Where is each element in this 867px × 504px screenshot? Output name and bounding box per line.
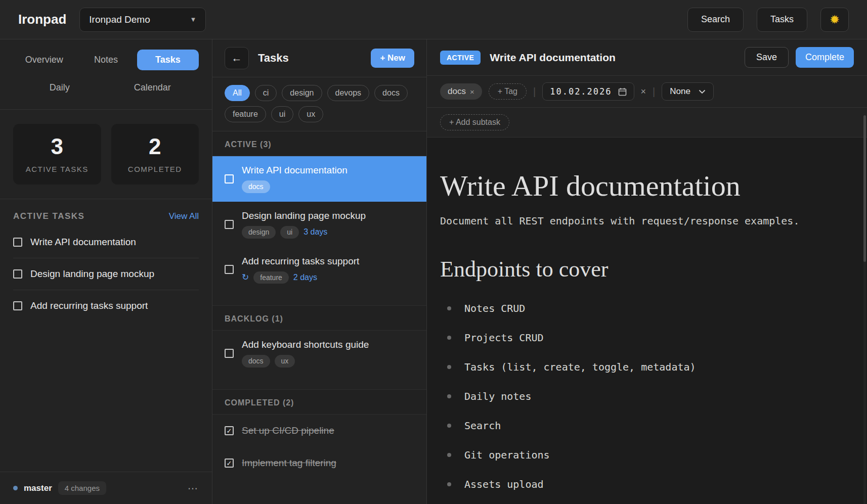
sidebar-task-item[interactable]: Add recurring tasks support: [13, 290, 199, 322]
filter-chip-feature[interactable]: feature: [225, 106, 266, 122]
recurrence-select[interactable]: None: [662, 82, 714, 101]
document-subheading: Endpoints to cover: [440, 256, 847, 282]
task-title: Write API documentation: [242, 165, 348, 176]
due-date-value: 10.02.2026: [550, 86, 612, 97]
task-row[interactable]: Design landing page mockup design ui 3 d…: [212, 202, 426, 247]
filter-chip-design[interactable]: design: [282, 85, 322, 101]
task-checkbox[interactable]: [225, 265, 234, 274]
filter-chip-all[interactable]: All: [225, 85, 250, 101]
section-heading-backlog: BACKLOG (1): [212, 305, 426, 331]
save-button[interactable]: Save: [745, 47, 789, 68]
git-status-bar: master 4 changes ⋯: [0, 472, 212, 504]
filter-chip-devops[interactable]: devops: [327, 85, 370, 101]
task-list-title: Tasks: [258, 52, 289, 65]
task-list-header: ← Tasks + New: [212, 39, 426, 77]
task-row-completed[interactable]: ✓ Set up CI/CD pipeline: [212, 415, 426, 447]
sidebar-tab-calendar[interactable]: Calendar: [106, 77, 199, 98]
filter-chip-docs[interactable]: docs: [374, 85, 408, 101]
endpoint-list: Notes CRUD Projects CRUD Tasks (list, cr…: [440, 296, 847, 496]
completed-count: 2: [149, 135, 161, 158]
endpoint-item: Notes CRUD: [440, 296, 847, 320]
task-checkbox[interactable]: [13, 238, 22, 247]
stat-card-completed: 2 COMPLETED: [111, 124, 199, 185]
endpoint-item: Tasks (list, create, toggle, metadata): [440, 355, 847, 379]
clear-date-button[interactable]: ×: [641, 86, 646, 97]
sidebar-task-item[interactable]: Write API documentation: [13, 226, 199, 258]
tasks-button[interactable]: Tasks: [757, 8, 807, 32]
task-row-completed[interactable]: ✓ Implement tag filtering: [212, 447, 426, 479]
sidebar-tab-overview[interactable]: Overview: [13, 50, 75, 70]
active-tasks-heading: ACTIVE TASKS: [13, 211, 84, 221]
due-label: 2 days: [293, 273, 317, 282]
task-tag: ux: [275, 355, 295, 368]
task-checkbox[interactable]: [225, 220, 234, 229]
sidebar-active-tasks-section: ACTIVE TASKS View All Write API document…: [0, 199, 212, 472]
section-heading-active: ACTIVE (3): [212, 131, 426, 156]
sidebar-task-title: Add recurring tasks support: [30, 300, 148, 311]
sidebar-tab-tasks[interactable]: Tasks: [137, 50, 199, 70]
task-checkbox-checked[interactable]: ✓: [225, 426, 234, 435]
complete-button[interactable]: Complete: [796, 47, 854, 68]
sidebar-task-item[interactable]: Design landing page mockup: [13, 258, 199, 290]
stat-card-active-tasks: 3 ACTIVE TASKS: [13, 124, 101, 185]
add-tag-button[interactable]: + Tag: [489, 83, 527, 100]
task-row[interactable]: Add keyboard shortcuts guide docs ux: [212, 331, 426, 376]
recurrence-value: None: [670, 86, 690, 97]
filter-chip-ux[interactable]: ux: [298, 106, 323, 122]
tag-chip-label: docs: [448, 86, 466, 97]
project-selector[interactable]: Ironpad Demo ▼: [79, 8, 206, 32]
app-logo: Ironpad: [18, 12, 66, 27]
sidebar-tab-daily[interactable]: Daily: [13, 77, 106, 98]
active-tasks-count: 3: [51, 135, 63, 158]
document-content[interactable]: Write API documentation Document all RES…: [427, 138, 867, 504]
tag-chip-docs[interactable]: docs ×: [440, 83, 482, 100]
more-menu-icon[interactable]: ⋯: [188, 482, 199, 494]
new-task-button[interactable]: + New: [371, 49, 414, 68]
chevron-down-icon: [699, 89, 706, 94]
task-tag: feature: [253, 271, 289, 284]
task-title: Set up CI/CD pipeline: [242, 425, 334, 436]
task-tag: docs: [242, 355, 270, 368]
task-title: Add keyboard shortcuts guide: [242, 339, 369, 350]
endpoint-item: Daily notes: [440, 384, 847, 408]
search-button[interactable]: Search: [687, 8, 744, 32]
task-checkbox-checked[interactable]: ✓: [225, 459, 234, 468]
task-checkbox[interactable]: [225, 349, 234, 358]
sun-icon: ✹: [830, 14, 840, 26]
task-list: ACTIVE (3) Write API documentation docs …: [212, 131, 426, 504]
task-row-selected[interactable]: Write API documentation docs: [212, 156, 426, 202]
sidebar-tab-notes[interactable]: Notes: [75, 50, 137, 70]
view-all-link[interactable]: View All: [169, 211, 199, 221]
filter-chip-ci[interactable]: ci: [255, 85, 277, 101]
task-checkbox[interactable]: [225, 174, 234, 184]
theme-toggle-button[interactable]: ✹: [820, 8, 849, 32]
calendar-icon[interactable]: [618, 87, 627, 96]
task-tag: design: [242, 226, 276, 239]
section-heading-completed: COMPLETED (2): [212, 389, 426, 415]
detail-title: Write API documentation: [490, 52, 616, 64]
sidebar: Overview Notes Tasks Daily Calendar 3 AC…: [0, 39, 212, 504]
remove-tag-icon[interactable]: ×: [470, 87, 474, 96]
filter-chip-ui[interactable]: ui: [271, 106, 293, 122]
detail-meta-row: docs × + Tag | 10.02.2026 × | None: [427, 76, 867, 108]
endpoint-item: Search: [440, 414, 847, 438]
sidebar-tabs: Overview Notes Tasks Daily Calendar: [0, 39, 212, 110]
due-date-input[interactable]: 10.02.2026: [542, 82, 634, 101]
endpoint-item: Assets upload: [440, 472, 847, 496]
add-subtask-button[interactable]: + Add subtask: [440, 114, 509, 130]
sidebar-task-title: Write API documentation: [30, 237, 136, 248]
detail-header: ACTIVE Write API documentation Save Comp…: [427, 39, 867, 76]
back-button[interactable]: ←: [225, 47, 249, 69]
task-row[interactable]: Add recurring tasks support ↻ feature 2 …: [212, 247, 426, 293]
task-checkbox[interactable]: [13, 269, 22, 279]
document-heading: Write API documentation: [440, 169, 847, 203]
completed-label: COMPLETED: [128, 165, 182, 173]
sidebar-task-title: Design landing page mockup: [30, 268, 154, 280]
task-title: Add recurring tasks support: [242, 256, 359, 267]
scrollbar-thumb[interactable]: [863, 115, 866, 262]
stats-cards: 3 ACTIVE TASKS 2 COMPLETED: [0, 110, 212, 199]
endpoint-item: Projects CRUD: [440, 326, 847, 350]
task-checkbox[interactable]: [13, 301, 22, 310]
top-bar: Ironpad Ironpad Demo ▼ Search Tasks ✹: [0, 0, 867, 39]
branch-dot-icon: [13, 486, 18, 490]
